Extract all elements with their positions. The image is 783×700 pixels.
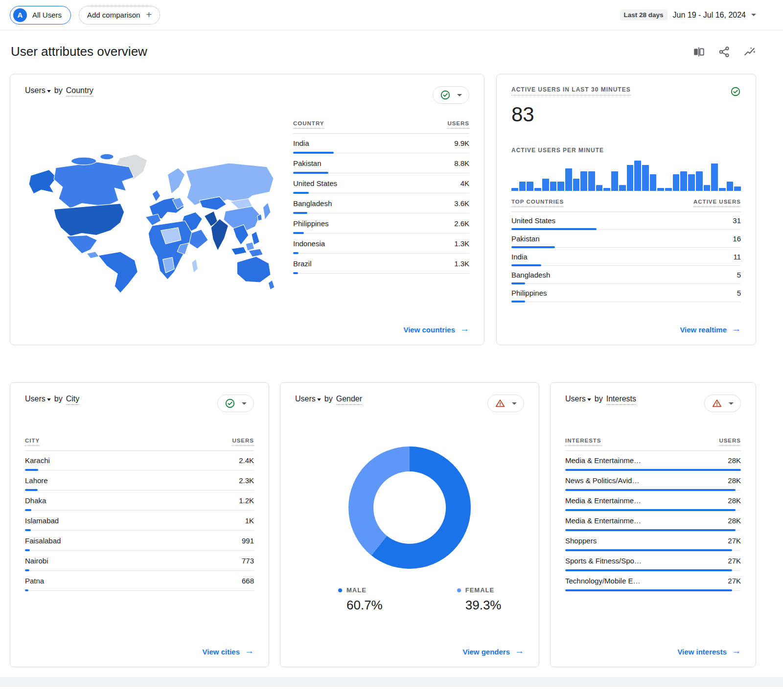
insights-icon[interactable]: [743, 46, 756, 58]
data-quality-pill[interactable]: [704, 395, 741, 412]
analytics-overview-page: A All Users Add comparison + Last 28 day…: [0, 0, 783, 700]
page-title: User attributes overview: [11, 44, 147, 59]
minute-bar: [642, 165, 649, 191]
table-row: Pakistan8.8K: [293, 154, 469, 174]
metric-selector[interactable]: Users: [565, 395, 591, 403]
row-bar: [25, 569, 254, 571]
card-users-by-country: Users by Country: [10, 74, 484, 345]
minute-bar: [734, 187, 741, 191]
male-dot-icon: [338, 588, 342, 592]
view-genders-link[interactable]: View genders →: [463, 646, 524, 657]
row-bar: [25, 509, 254, 511]
data-quality-pill[interactable]: [217, 395, 254, 412]
minute-bar: [650, 174, 657, 191]
all-users-label: All Users: [32, 11, 62, 19]
column-header[interactable]: USERS: [719, 438, 741, 446]
row-label: Lahore: [25, 476, 48, 485]
row-value: 2.6K: [454, 219, 469, 228]
row-value: 3.6K: [454, 199, 469, 208]
all-users-chip[interactable]: A All Users: [10, 6, 71, 24]
view-countries-link[interactable]: View countries →: [403, 324, 469, 335]
column-header[interactable]: COUNTRY: [293, 120, 324, 129]
row-label: Sports & Fitness/Spo…: [565, 557, 642, 565]
row-label: Brazil: [293, 259, 312, 268]
by-word: by: [595, 395, 603, 403]
add-comparison-button[interactable]: Add comparison +: [79, 6, 160, 24]
card-title: Users by City: [25, 395, 79, 405]
chevron-down-icon: [751, 14, 756, 16]
row-label: Indonesia: [293, 239, 325, 248]
row-label: Philippines: [511, 289, 547, 297]
by-word: by: [324, 395, 333, 403]
active-users-per-minute-label: ACTIVE USERS PER MINUTE: [511, 147, 741, 154]
row-value: 28K: [728, 456, 741, 465]
data-quality-pill[interactable]: [487, 395, 524, 412]
data-quality-pill[interactable]: [433, 86, 469, 104]
dimension-selector[interactable]: Country: [66, 86, 93, 96]
view-cities-link[interactable]: View cities →: [203, 646, 254, 657]
minute-bar: [704, 185, 711, 191]
check-circle-icon: [730, 86, 741, 97]
minute-bar: [611, 171, 618, 191]
row-label: News & Politics/Avid…: [565, 476, 639, 485]
minute-bar: [688, 174, 695, 191]
view-interests-link[interactable]: View interests →: [677, 646, 741, 657]
date-range-text: Jun 19 - Jul 16, 2024: [673, 11, 746, 20]
dimension-selector[interactable]: Gender: [336, 395, 362, 405]
row-label: Media & Entertainme…: [565, 456, 641, 465]
row-bar: [565, 469, 741, 471]
row-bar: [565, 569, 741, 571]
column-header[interactable]: CITY: [25, 438, 40, 446]
row-label: India: [511, 253, 528, 261]
row-bar: [25, 469, 254, 471]
share-icon[interactable]: [718, 46, 731, 58]
column-header[interactable]: INTERESTS: [565, 438, 601, 446]
row-bar: [293, 212, 469, 214]
minute-bar: [673, 174, 680, 191]
row-label: Islamabad: [25, 516, 59, 525]
dimension-selector[interactable]: City: [66, 395, 80, 405]
date-range-selector[interactable]: Last 28 days Jun 19 - Jul 16, 2024: [620, 9, 756, 21]
minute-bar: [519, 182, 526, 191]
card-users-by-interests: Users by Interests: [550, 382, 756, 667]
minute-bar: [573, 179, 580, 191]
active-users-count: 83: [511, 103, 741, 126]
check-circle-icon: [225, 398, 235, 409]
row-value: 27K: [728, 577, 741, 585]
row-value: 28K: [728, 476, 741, 485]
metric-selector[interactable]: Users: [25, 86, 51, 95]
row-label: Pakistan: [511, 234, 540, 243]
row-value: 27K: [728, 557, 741, 565]
column-header[interactable]: USERS: [447, 120, 469, 129]
row-bar: [565, 529, 741, 531]
top-countries-table: TOP COUNTRIES ACTIVE USERS United States…: [511, 199, 741, 303]
row-bar: [25, 489, 254, 491]
table-row: Bangladesh3.6K: [293, 194, 469, 214]
view-realtime-link[interactable]: View realtime →: [680, 324, 741, 335]
card-title: Users by Country: [25, 86, 93, 96]
edit-comparisons-icon[interactable]: [692, 46, 705, 58]
table-row: Shoppers27K: [565, 531, 741, 551]
chevron-down-icon: [47, 90, 51, 93]
table-row: Technology/Mobile E…27K: [565, 571, 741, 591]
minute-bar: [511, 188, 518, 191]
column-header[interactable]: TOP COUNTRIES: [511, 199, 564, 207]
table-row: Karachi2.4K: [25, 451, 254, 471]
gender-donut-chart: [348, 446, 471, 569]
gender-legend: MALE 60.7% FEMALE 39.3%: [295, 586, 524, 613]
metric-selector[interactable]: Users: [295, 395, 321, 403]
column-header[interactable]: USERS: [232, 438, 254, 446]
column-header[interactable]: ACTIVE USERS: [693, 199, 741, 207]
cards-grid: Users by Country: [0, 74, 783, 667]
row-label: Patna: [25, 577, 44, 585]
arrow-right-icon: →: [460, 324, 469, 334]
table-row: Philippines5: [511, 284, 741, 303]
metric-selector[interactable]: Users: [25, 395, 51, 403]
active-users-30min-label[interactable]: ACTIVE USERS IN LAST 30 MINUTES: [511, 86, 631, 95]
report-actions: [692, 46, 756, 58]
dimension-selector[interactable]: Interests: [606, 395, 636, 405]
minute-bar: [527, 182, 533, 191]
table-row: Lahore2.3K: [25, 471, 254, 491]
row-value: 2.3K: [239, 476, 254, 485]
row-value: 2.4K: [239, 456, 254, 465]
